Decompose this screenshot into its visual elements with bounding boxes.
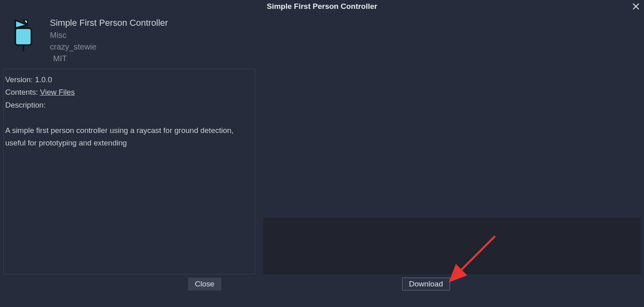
preview-area	[263, 218, 641, 274]
preview-spacer	[263, 69, 641, 218]
version-line: Version: 1.0.0	[5, 73, 253, 86]
asset-author: crazy_stewie	[50, 42, 168, 52]
close-button[interactable]: Close	[188, 278, 221, 290]
content-row: Version: 1.0.0 Contents: View Files Desc…	[0, 66, 644, 274]
download-button[interactable]: Download	[402, 278, 450, 290]
asset-category: Misc	[50, 31, 168, 40]
description-body: A simple first person controller using a…	[5, 124, 253, 149]
button-row: Close Download	[0, 274, 644, 290]
dialog-title: Simple First Person Controller	[267, 2, 378, 11]
version-value: 1.0.0	[35, 75, 52, 84]
asset-header: Simple First Person Controller Misc craz…	[0, 13, 644, 66]
svg-rect-2	[15, 28, 31, 45]
contents-label: Contents:	[5, 88, 38, 96]
title-bar: Simple First Person Controller	[0, 0, 644, 13]
asset-meta: Simple First Person Controller Misc craz…	[50, 17, 168, 63]
contents-line: Contents: View Files	[5, 86, 253, 98]
description-panel: Version: 1.0.0 Contents: View Files Desc…	[3, 69, 255, 274]
asset-icon	[6, 17, 42, 53]
close-icon[interactable]	[632, 2, 640, 10]
description-label: Description:	[5, 99, 253, 111]
view-files-link[interactable]: View Files	[40, 88, 75, 96]
asset-name: Simple First Person Controller	[50, 18, 168, 28]
version-label: Version:	[5, 75, 33, 84]
right-column	[263, 69, 641, 274]
asset-license: MIT	[53, 54, 168, 63]
